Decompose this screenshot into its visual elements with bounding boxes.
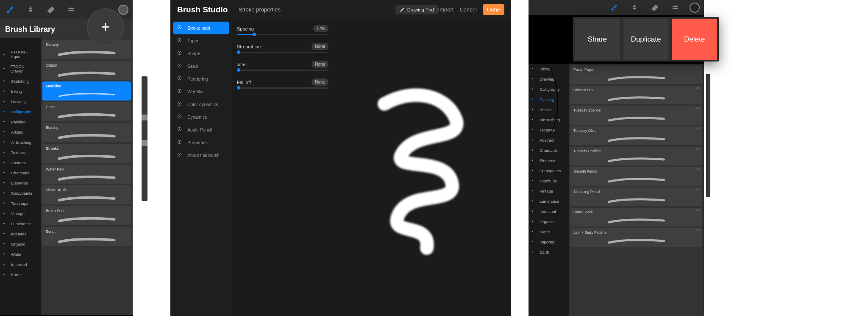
- category-ftoon-aqua[interactable]: •FTOON - Aqua: [0, 47, 41, 62]
- category-sketching[interactable]: •Sketching: [0, 76, 41, 86]
- slider-streamline[interactable]: [237, 52, 328, 53]
- color-swatch[interactable]: [690, 3, 700, 13]
- slider-thumb-2[interactable]: [142, 140, 147, 146]
- slider-spacing[interactable]: [237, 34, 328, 35]
- duplicate-button[interactable]: Duplicate: [623, 19, 669, 60]
- slider-jitter[interactable]: [237, 70, 328, 71]
- prop-streamline: StreamLineNone: [237, 43, 328, 50]
- brush-library-panel-2: Share Duplicate Delete •Inking•Drawing•C…: [529, 0, 704, 316]
- category-charcoals[interactable]: •Charcoals: [0, 168, 41, 178]
- studio-nav-about-this-brush[interactable]: ⦿About this brush: [173, 149, 229, 162]
- category-water[interactable]: •Water: [0, 249, 41, 259]
- brush-leaf-berry-pattern[interactable]: Leaf + Berry Pattern: [570, 228, 702, 247]
- category-textures[interactable]: •Textures: [0, 147, 41, 157]
- add-brush-button[interactable]: +: [87, 8, 124, 46]
- studio-nav-taper[interactable]: ⦿Taper: [173, 34, 229, 47]
- category-vintage[interactable]: •Vintage: [529, 186, 569, 196]
- delete-button[interactable]: Delete: [672, 19, 717, 60]
- studio-nav-dynamics[interactable]: ⦿Dynamics: [173, 111, 229, 123]
- studio-nav-wet-mix[interactable]: ⦿Wet Mix: [173, 85, 229, 98]
- category-earth[interactable]: •Earth: [529, 247, 569, 257]
- brush-unicorn-hair[interactable]: Unicorn Hair: [570, 86, 702, 104]
- category-painting[interactable]: •Painting: [0, 117, 41, 127]
- size-slider[interactable]: [142, 76, 147, 201]
- category-imported[interactable]: •Imported: [0, 259, 41, 269]
- category-imported[interactable]: •Imported: [529, 237, 569, 247]
- brush-brush-pen[interactable]: Brush Pen: [42, 206, 131, 225]
- category-ftoon-crayon[interactable]: •FTOON - Crayon: [0, 62, 41, 76]
- brush-tool-icon[interactable]: [608, 2, 620, 14]
- category-drawing[interactable]: •Drawing: [0, 96, 41, 106]
- eraser-tool-icon[interactable]: [45, 4, 57, 16]
- stroke-properties: Spacing17%StreamLineNoneJitterNoneFall o…: [232, 19, 334, 316]
- category-organic[interactable]: •Organic: [529, 216, 569, 227]
- brush-script[interactable]: Script: [42, 227, 131, 246]
- studio-nav-apple-pencil[interactable]: ⦿Apple Pencil: [173, 123, 229, 136]
- studio-nav-color-dynamics[interactable]: ⦿Color dynamics: [173, 98, 229, 111]
- drawing-pad-button[interactable]: Drawing Pad: [395, 5, 438, 14]
- category-touchups[interactable]: •Touchups: [0, 198, 41, 208]
- category-spraypaints[interactable]: •Spraypaints: [0, 188, 41, 198]
- studio-nav-grain[interactable]: ⦿Grain: [173, 60, 229, 73]
- layers-icon[interactable]: [65, 4, 77, 16]
- studio-title: Brush Studio: [177, 5, 239, 14]
- brush-water-pen[interactable]: Water Pen: [42, 165, 131, 184]
- cancel-button[interactable]: Cancel: [459, 6, 476, 13]
- brush-tool-icon[interactable]: [4, 4, 16, 16]
- brush-list: KunanyiOdeonMonolineChalkBlotchyStreaksW…: [41, 38, 133, 315]
- brush-odeon[interactable]: Odeon: [42, 61, 131, 80]
- brush-pastel-paper[interactable]: Pastel Paper: [570, 65, 702, 84]
- category-calligraphy[interactable]: •Calligraphy: [0, 106, 41, 117]
- category-elements[interactable]: •Elements: [529, 155, 569, 165]
- brush-list-2: Pastel PaperUnicorn HairTuesday Sparkler…: [569, 64, 704, 316]
- category-industrial[interactable]: •Industrial: [529, 206, 569, 216]
- eraser-tool-icon[interactable]: [649, 2, 661, 14]
- category-artistic[interactable]: •Artistic: [0, 127, 41, 137]
- share-button[interactable]: Share: [575, 19, 620, 60]
- category-earth[interactable]: •Earth: [0, 269, 41, 280]
- done-button[interactable]: Done: [483, 4, 504, 15]
- color-swatch[interactable]: [118, 5, 128, 15]
- studio-nav-shape[interactable]: ⦿Shape: [173, 47, 229, 60]
- brush-sketching-pencil[interactable]: Sketching Pencil: [570, 187, 702, 206]
- canvas-arc: [524, 64, 558, 140]
- category-spraypaints[interactable]: •Spraypaints: [529, 165, 569, 176]
- layers-icon[interactable]: [669, 2, 681, 14]
- category-organic[interactable]: •Organic: [0, 239, 41, 249]
- category-luminance[interactable]: •Luminance: [0, 218, 41, 229]
- size-slider-2[interactable]: [706, 74, 710, 197]
- category-airbrushing[interactable]: •Airbrushing: [0, 137, 41, 147]
- brush-smooth-pencil[interactable]: Smooth Pencil: [570, 167, 702, 186]
- category-inking[interactable]: •Inking: [0, 86, 41, 96]
- category-luminance[interactable]: •Luminance: [529, 196, 569, 206]
- category-water[interactable]: •Water: [529, 227, 569, 237]
- brush-retro-spark[interactable]: Retro Spark: [570, 208, 702, 227]
- stroke-preview: [363, 78, 482, 257]
- brush-monoline[interactable]: Monoline: [42, 81, 131, 101]
- brush-blotchy[interactable]: Blotchy: [42, 123, 131, 142]
- preview-canvas[interactable]: [334, 19, 511, 316]
- slider-fall-off[interactable]: [237, 87, 328, 89]
- studio-nav-rendering[interactable]: ⦿Rendering: [173, 73, 229, 85]
- category-abstract[interactable]: •Abstract: [0, 157, 41, 168]
- brush-context-menu: Share Duplicate Delete: [573, 17, 719, 62]
- smudge-tool-icon[interactable]: [629, 2, 640, 14]
- brush-tuesday-glitter[interactable]: Tuesday Glitter: [570, 126, 702, 145]
- category-industrial[interactable]: •Industrial: [0, 229, 41, 239]
- category-elements[interactable]: •Elements: [0, 178, 41, 188]
- brush-streaks[interactable]: Streaks: [42, 144, 131, 163]
- slider-thumb-1[interactable]: [142, 115, 147, 120]
- category-list: ⋯•FTOON - Aqua•FTOON - Crayon•Sketching•…: [0, 38, 41, 315]
- category-touchups[interactable]: •Touchups: [529, 176, 569, 186]
- brush-shale-brush[interactable]: Shale Brush: [42, 185, 131, 204]
- category-vintage[interactable]: •Vintage: [0, 208, 41, 218]
- brush-kunanyi[interactable]: Kunanyi: [42, 40, 131, 59]
- import-button[interactable]: Import: [438, 6, 454, 13]
- smudge-tool-icon[interactable]: [25, 4, 36, 16]
- brush-chalk[interactable]: Chalk: [42, 102, 131, 121]
- category-charcoals[interactable]: •Charcoals: [529, 145, 569, 155]
- brush-tuesday-sparkler[interactable]: Tuesday Sparkler: [570, 106, 702, 125]
- studio-nav-properties[interactable]: ⦿Properties: [173, 136, 229, 149]
- studio-nav-stroke-path[interactable]: ⦿Stroke path: [173, 22, 229, 34]
- brush-tuesday-confetti[interactable]: Tuesday Confetti: [570, 147, 702, 165]
